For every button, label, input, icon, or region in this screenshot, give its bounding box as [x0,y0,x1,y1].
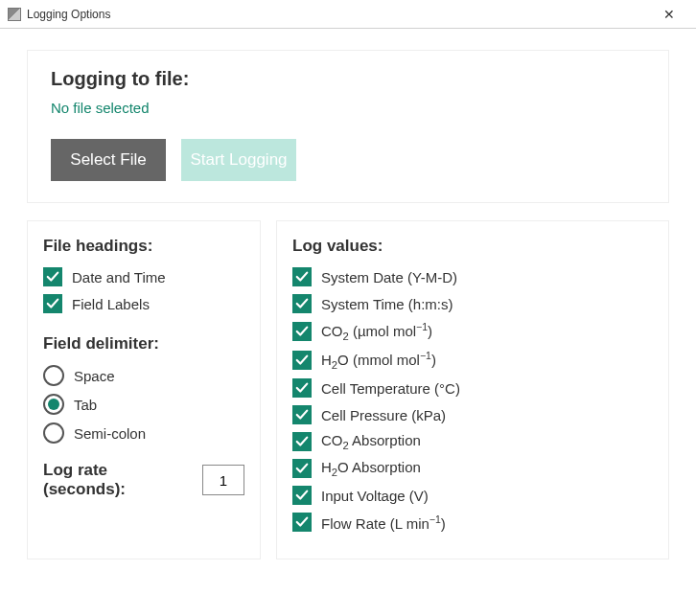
logvalue-row-system-date-y-m-d: System Date (Y-M-D) [292,267,653,286]
file-panel-heading: Logging to file: [51,68,645,90]
log-values-title: Log values: [292,237,653,256]
log-rate-row: Log rate (seconds): [43,461,244,499]
check-icon [295,489,309,502]
logvalue-checkbox-system-time-h-m-s[interactable] [292,294,312,313]
logvalue-row-h2o-absorption: H2O Absorption [292,459,653,478]
logvalue-checkbox-cell-pressure-kpa[interactable] [292,405,312,424]
check-icon [46,270,59,284]
logvalue-checkbox-h2o-absorption[interactable] [292,459,312,478]
log-rate-label: Log rate (seconds): [43,461,191,499]
logvalue-label-flow-rate-l-min-1: Flow Rate (L min−1) [321,513,446,532]
file-status-text: No file selected [51,100,645,116]
file-button-row: Select File Start Logging [51,139,645,181]
logvalue-checkbox-flow-rate-l-min-1[interactable] [292,513,312,532]
window-title: Logging Options [27,8,650,21]
logvalue-label-system-date-y-m-d: System Date (Y-M-D) [321,269,457,285]
logvalue-label-co2-absorption: CO2 Absorption [321,432,421,451]
close-icon: ✕ [663,7,675,22]
logvalue-row-cell-pressure-kpa: Cell Pressure (kPa) [292,405,653,424]
check-icon [295,325,309,338]
logvalue-checkbox-co2-absorption[interactable] [292,432,312,451]
logvalue-checkbox-cell-temperature-c[interactable] [292,378,312,398]
check-icon [295,515,309,529]
logvalue-row-h2o-mmol-mol-1: H2O (mmol mol−1) [292,350,653,371]
delimiter-row-tab: Tab [43,394,244,415]
delimiter-radio-space[interactable] [43,365,64,386]
heading-checkbox-date-and-time[interactable] [43,267,62,286]
log-rate-input[interactable] [202,465,244,495]
app-icon [8,8,21,21]
heading-checkbox-field-labels[interactable] [43,294,62,313]
check-icon [46,297,59,310]
check-icon [295,462,309,475]
logvalue-row-cell-temperature-c: Cell Temperature (°C) [292,378,653,398]
file-headings-title: File headings: [43,237,244,256]
check-icon [295,408,309,422]
content-area: Logging to file: No file selected Select… [0,29,696,559]
logvalue-label-system-time-h-m-s: System Time (h:m:s) [321,296,453,312]
columns: File headings: Date and TimeField Labels… [27,220,669,559]
delimiter-label-semi-colon: Semi-colon [74,425,146,442]
left-panel: File headings: Date and TimeField Labels… [27,220,261,559]
logvalue-label-co2-mol-mol-1: CO2 (µmol mol−1) [321,321,432,342]
delimiter-label-tab: Tab [74,397,97,413]
logvalue-row-input-voltage-v: Input Voltage (V) [292,486,653,505]
logvalue-checkbox-co2-mol-mol-1[interactable] [292,322,312,341]
check-icon [295,435,309,448]
right-panel: Log values: System Date (Y-M-D)System Ti… [276,220,669,559]
delimiter-radio-semi-colon[interactable] [43,422,64,444]
file-panel: Logging to file: No file selected Select… [27,50,669,203]
logvalue-checkbox-system-date-y-m-d[interactable] [292,267,312,286]
logvalue-label-h2o-absorption: H2O Absorption [321,459,421,478]
start-logging-label: Start Logging [190,150,287,170]
delimiter-radio-tab[interactable] [43,394,64,415]
logvalue-row-system-time-h-m-s: System Time (h:m:s) [292,294,653,313]
check-icon [295,381,309,395]
heading-label-date-and-time: Date and Time [72,269,166,285]
close-button[interactable]: ✕ [650,1,688,28]
field-delimiter-title: Field delimiter: [43,334,244,354]
delimiter-label-space: Space [74,368,115,384]
logvalue-label-cell-pressure-kpa: Cell Pressure (kPa) [321,407,446,423]
heading-row-field-labels: Field Labels [43,294,244,313]
logvalue-row-co2-absorption: CO2 Absorption [292,432,653,451]
logvalue-label-input-voltage-v: Input Voltage (V) [321,488,429,504]
titlebar: Logging Options ✕ [0,0,696,29]
logvalue-checkbox-input-voltage-v[interactable] [292,486,312,505]
check-icon [295,270,309,284]
logvalue-row-co2-mol-mol-1: CO2 (µmol mol−1) [292,321,653,342]
delimiter-row-space: Space [43,365,244,386]
logvalue-row-flow-rate-l-min-1: Flow Rate (L min−1) [292,513,653,532]
logvalue-label-h2o-mmol-mol-1: H2O (mmol mol−1) [321,350,436,371]
check-icon [295,297,309,310]
logvalue-label-cell-temperature-c: Cell Temperature (°C) [321,380,460,397]
logvalue-checkbox-h2o-mmol-mol-1[interactable] [292,351,312,370]
heading-row-date-and-time: Date and Time [43,267,244,286]
check-icon [295,354,309,367]
start-logging-button[interactable]: Start Logging [181,139,296,181]
delimiter-row-semi-colon: Semi-colon [43,422,244,444]
select-file-label: Select File [70,150,146,170]
heading-label-field-labels: Field Labels [72,296,150,312]
select-file-button[interactable]: Select File [51,139,166,181]
